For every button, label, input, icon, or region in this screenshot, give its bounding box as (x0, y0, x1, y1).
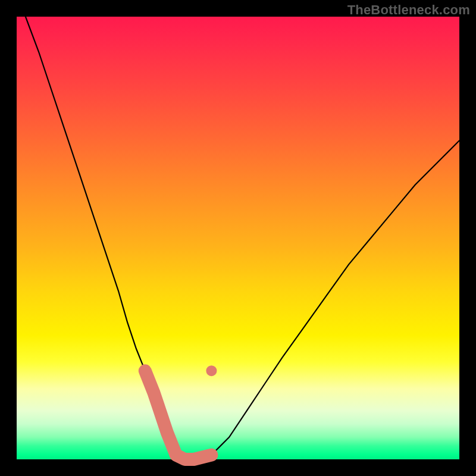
plot-area (17, 17, 459, 459)
bottleneck-curve (26, 17, 459, 459)
valley-marker (140, 365, 151, 376)
curve-svg (17, 17, 459, 459)
valley-highlight (145, 371, 212, 459)
attribution-label: TheBottleneck.com (347, 2, 470, 18)
chart-frame: TheBottleneck.com (0, 0, 476, 476)
valley-marker (206, 365, 217, 376)
